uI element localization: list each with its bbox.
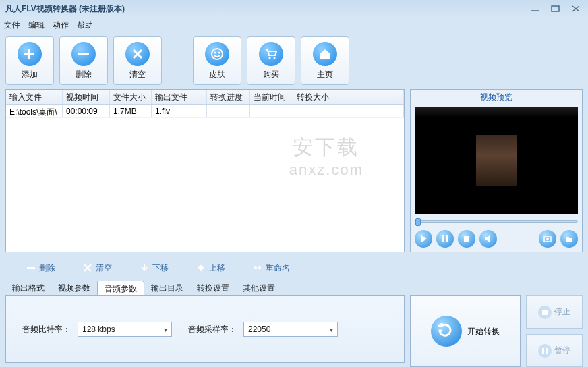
menu-file[interactable]: 文件 <box>4 20 20 31</box>
tab-output-format[interactable]: 输出格式 <box>5 281 51 295</box>
chevron-down-icon: ▾ <box>330 326 333 333</box>
menu-help[interactable]: 帮助 <box>77 20 93 31</box>
volume-button[interactable] <box>479 230 497 248</box>
svg-point-10 <box>254 266 257 269</box>
clear-label: 清空 <box>129 69 146 80</box>
minus-icon <box>26 262 36 273</box>
tab-output-dir[interactable]: 输出目录 <box>144 281 190 295</box>
watermark: 安下载 anxz.com <box>289 134 363 179</box>
cart-icon <box>259 42 283 66</box>
pause-label: 暂停 <box>554 345 570 356</box>
stop-convert-button[interactable]: 停止 <box>526 295 583 329</box>
svg-rect-14 <box>546 348 548 354</box>
row-movedown-button[interactable]: 下移 <box>139 262 169 274</box>
skin-button[interactable]: 皮肤 <box>193 36 241 85</box>
start-label: 开始转换 <box>467 326 500 337</box>
cell-progress <box>207 105 250 117</box>
svg-rect-9 <box>27 267 35 269</box>
add-button[interactable]: 添加 <box>5 36 54 85</box>
cell-outsize <box>293 105 404 117</box>
snapshot-button[interactable] <box>539 230 556 248</box>
minimize-button[interactable] <box>529 4 542 13</box>
bitrate-value: 128 kbps <box>82 324 115 334</box>
th-outsize[interactable]: 转换大小 <box>293 90 404 104</box>
tab-audio-params[interactable]: 音频参数 <box>97 281 144 295</box>
pause-convert-button[interactable]: 暂停 <box>526 334 583 367</box>
th-size[interactable]: 文件大小 <box>110 90 152 104</box>
minus-icon <box>71 42 96 66</box>
cell-duration: 00:00:09 <box>63 105 110 117</box>
close-button[interactable] <box>569 4 583 13</box>
svg-point-3 <box>218 51 220 53</box>
open-folder-button[interactable] <box>560 230 578 248</box>
arrow-up-icon <box>196 262 206 273</box>
th-output[interactable]: 输出文件 <box>152 90 207 104</box>
convert-icon <box>431 316 462 347</box>
svg-point-8 <box>546 238 549 241</box>
rename-icon <box>252 262 263 273</box>
svg-rect-12 <box>542 310 548 315</box>
x-icon <box>125 42 150 66</box>
th-curtime[interactable]: 当前时间 <box>250 90 293 104</box>
clear-button[interactable]: 清空 <box>113 36 162 85</box>
svg-point-2 <box>214 51 216 53</box>
plus-icon <box>18 42 42 66</box>
samplerate-label: 音频采样率： <box>188 324 237 335</box>
svg-point-5 <box>274 57 276 59</box>
pause-button[interactable] <box>436 230 454 248</box>
cell-size: 1.7MB <box>110 105 152 117</box>
svg-point-4 <box>269 57 271 59</box>
seek-slider[interactable] <box>415 217 578 226</box>
stop-icon <box>538 306 552 319</box>
preview-panel: 视频预览 <box>410 89 583 252</box>
svg-point-11 <box>258 266 261 269</box>
stop-button[interactable] <box>458 230 475 248</box>
cell-input: E:\tools\桌面\ <box>6 105 63 117</box>
svg-rect-6 <box>464 236 469 242</box>
tab-video-params[interactable]: 视频参数 <box>51 281 97 295</box>
add-label: 添加 <box>22 69 38 80</box>
tab-other-settings[interactable]: 其他设置 <box>236 281 282 295</box>
menu-edit[interactable]: 编辑 <box>28 20 45 31</box>
svg-rect-0 <box>552 6 559 11</box>
window-title: 凡人FLV视频转换器 (未注册版本) <box>5 3 529 15</box>
arrow-down-icon <box>139 262 150 273</box>
table-row[interactable]: E:\tools\桌面\ 00:00:09 1.7MB 1.flv <box>6 105 404 118</box>
row-clear-button[interactable]: 清空 <box>82 262 112 274</box>
th-progress[interactable]: 转换进度 <box>207 90 250 104</box>
pause-icon <box>538 344 552 358</box>
bitrate-label: 音频比特率： <box>22 324 71 335</box>
th-input[interactable]: 输入文件 <box>6 90 63 104</box>
cell-curtime <box>250 105 293 117</box>
th-duration[interactable]: 视频时间 <box>63 90 110 104</box>
preview-title: 视频预览 <box>411 90 582 105</box>
skin-label: 皮肤 <box>209 69 225 80</box>
home-label: 主页 <box>317 69 333 80</box>
samplerate-combo[interactable]: 22050 ▾ <box>243 322 338 337</box>
samplerate-value: 22050 <box>248 324 270 334</box>
chevron-down-icon: ▾ <box>164 326 167 333</box>
menu-action[interactable]: 动作 <box>53 20 69 31</box>
smile-icon <box>205 42 229 66</box>
buy-label: 购买 <box>263 69 279 80</box>
tab-convert-settings[interactable]: 转换设置 <box>190 281 236 295</box>
file-table[interactable]: 输入文件 视频时间 文件大小 输出文件 转换进度 当前时间 转换大小 E:\to… <box>5 89 405 252</box>
bitrate-combo[interactable]: 128 kbps ▾ <box>78 322 172 337</box>
row-rename-button[interactable]: 重命名 <box>252 262 290 274</box>
svg-rect-13 <box>542 348 544 354</box>
play-button[interactable] <box>415 230 432 248</box>
x-icon <box>82 262 93 273</box>
video-thumbnail <box>476 135 517 186</box>
row-delete-button[interactable]: 删除 <box>26 262 55 274</box>
preview-screen[interactable] <box>415 107 578 214</box>
delete-button[interactable]: 删除 <box>59 36 108 85</box>
home-button[interactable]: 主页 <box>301 36 349 85</box>
home-icon <box>313 42 337 66</box>
cell-output: 1.flv <box>152 105 207 117</box>
buy-button[interactable]: 购买 <box>247 36 295 85</box>
stop-label: 停止 <box>554 306 570 318</box>
row-moveup-button[interactable]: 上移 <box>196 262 225 274</box>
delete-label: 删除 <box>76 69 92 80</box>
start-convert-button[interactable]: 开始转换 <box>410 295 521 367</box>
maximize-button[interactable] <box>549 4 562 13</box>
